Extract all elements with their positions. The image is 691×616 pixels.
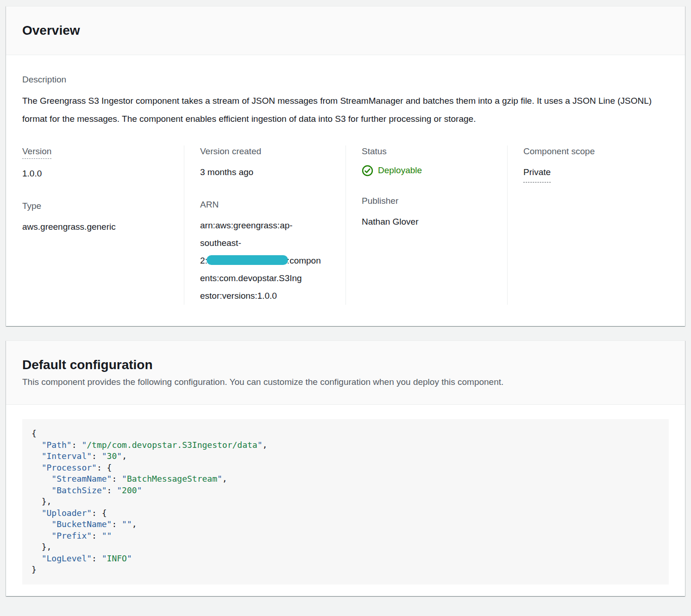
code-line: "LogLevel": "INFO" (31, 553, 660, 565)
description-text: The Greengrass S3 Ingestor component tak… (22, 92, 669, 128)
code-line: "Interval": "30", (31, 451, 660, 462)
type-label: Type (22, 200, 175, 212)
component-scope-field: Component scope Private (523, 145, 660, 182)
status-label: Status (362, 145, 498, 157)
status-badge: Deployable (362, 163, 498, 177)
version-label-text[interactable]: Version (22, 145, 51, 159)
code-line: "BatchSize": "200" (31, 485, 660, 497)
default-configuration-title: Default configuration (22, 357, 669, 373)
default-configuration-card: Default configuration This component pro… (6, 340, 685, 596)
version-created-field: Version created 3 months ago (200, 145, 336, 181)
version-created-label: Version created (200, 145, 336, 157)
overview-fields-grid: Version 1.0.0 Type aws.greengrass.generi… (22, 145, 669, 305)
overview-column-2: Version created 3 months ago ARN arn:aws… (184, 145, 346, 305)
arn-account-redaction-pill (207, 255, 288, 265)
arn-field: ARN arn:aws:greengrass:ap- southeast- 2:… (200, 199, 336, 305)
arn-label: ARN (200, 199, 336, 211)
code-line: } (31, 564, 660, 576)
component-scope-value: Private (523, 163, 660, 182)
overview-card-header: Overview (6, 6, 685, 55)
arn-line: estor:versions:1.0.0 (200, 287, 336, 305)
code-line: "StreamName": "BatchMessageStream", (31, 473, 660, 485)
version-field: Version 1.0.0 (22, 145, 175, 182)
arn-line: ents:com.devopstar.S3Ing (200, 270, 336, 287)
code-line: }, (31, 496, 660, 508)
overview-title: Overview (22, 22, 669, 39)
version-value: 1.0.0 (22, 165, 175, 182)
component-scope-value-text[interactable]: Private (523, 163, 551, 182)
arn-line: southeast- (200, 234, 336, 252)
code-line: "Uploader": { (31, 508, 660, 519)
type-field: Type aws.greengrass.generic (22, 200, 175, 236)
arn-line: arn:aws:greengrass:ap- (200, 217, 336, 234)
arn-line: 2::compon (200, 252, 336, 270)
code-line: "Processor": { (31, 462, 660, 474)
code-line: "BucketName": "", (31, 519, 660, 530)
default-configuration-body: { "Path": "/tmp/com.devopstar.S3Ingestor… (6, 405, 685, 596)
code-line: }, (31, 541, 660, 553)
type-value: aws.greengrass.generic (22, 218, 175, 236)
code-line: { (31, 428, 660, 440)
description-field: Description The Greengrass S3 Ingestor c… (22, 74, 669, 128)
overview-column-4: Component scope Private (507, 145, 669, 305)
code-block: { "Path": "/tmp/com.devopstar.S3Ingestor… (22, 419, 669, 585)
publisher-value: Nathan Glover (362, 213, 498, 231)
arn-line3-suffix: :compon (287, 256, 321, 265)
status-text: Deployable (378, 163, 422, 177)
version-label: Version (22, 145, 175, 159)
status-field: Status Deployable (362, 145, 498, 177)
overview-card-body: Description The Greengrass S3 Ingestor c… (6, 55, 685, 326)
description-label: Description (22, 74, 669, 86)
code-line: "Path": "/tmp/com.devopstar.S3Ingestor/d… (31, 440, 660, 451)
default-configuration-subtitle: This component provides the following co… (22, 376, 669, 389)
publisher-label: Publisher (362, 195, 498, 207)
publisher-field: Publisher Nathan Glover (362, 195, 498, 231)
code-line: "Prefix": "" (31, 530, 660, 542)
default-configuration-header: Default configuration This component pro… (6, 341, 685, 405)
overview-column-3: Status Deployable Publisher Nathan Glo (346, 145, 507, 305)
overview-card: Overview Description The Greengrass S3 I… (6, 6, 685, 326)
overview-column-1: Version 1.0.0 Type aws.greengrass.generi… (22, 145, 184, 305)
arn-value: arn:aws:greengrass:ap- southeast- 2::com… (200, 217, 336, 305)
component-scope-label: Component scope (523, 145, 660, 157)
version-created-value: 3 months ago (200, 163, 336, 181)
check-circle-icon (362, 165, 373, 176)
